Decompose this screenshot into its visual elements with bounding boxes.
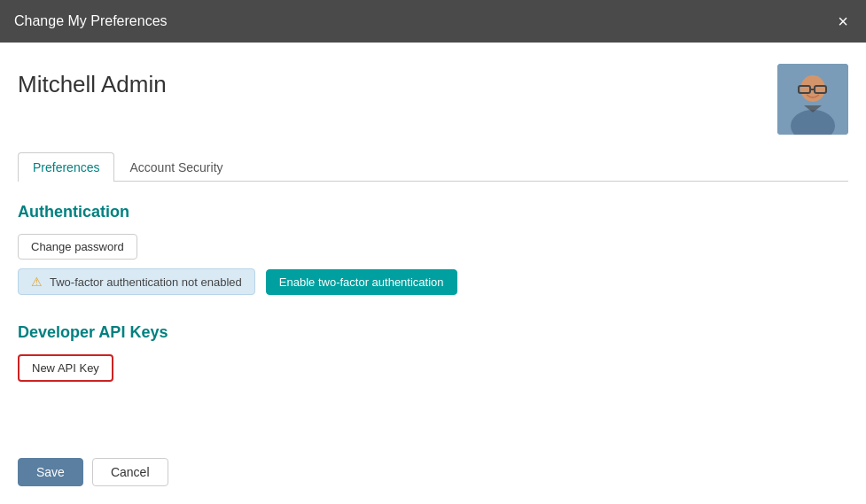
two-factor-warning-text: Two-factor authentication not enabled (50, 275, 242, 289)
save-button[interactable]: Save (18, 458, 83, 486)
tabs-container: Preferences Account Security (18, 152, 848, 182)
modal-close-button[interactable]: × (834, 12, 852, 30)
user-section: Mitchell Admin (18, 64, 848, 135)
warning-icon: ⚠ (31, 275, 43, 289)
two-factor-warning-box: ⚠ Two-factor authentication not enabled (18, 268, 255, 295)
change-password-button[interactable]: Change password (18, 234, 137, 260)
enable-two-factor-button[interactable]: Enable two-factor authentication (266, 269, 457, 295)
footer: Save Cancel (18, 447, 848, 486)
modal-title: Change My Preferences (14, 13, 168, 29)
cancel-button[interactable]: Cancel (92, 458, 168, 486)
avatar (777, 64, 848, 135)
api-keys-title: Developer API Keys (18, 323, 848, 342)
two-factor-row: ⚠ Two-factor authentication not enabled … (18, 268, 848, 295)
tab-account-security[interactable]: Account Security (114, 152, 238, 182)
authentication-section: Authentication Change password ⚠ Two-fac… (18, 203, 848, 295)
modal-header: Change My Preferences × (0, 0, 866, 43)
modal: Change My Preferences × Mitchell Admin (0, 0, 866, 504)
modal-body: Mitchell Admin (0, 43, 866, 504)
avatar-image (777, 64, 848, 135)
tab-preferences[interactable]: Preferences (18, 152, 114, 182)
modal-overlay: Change My Preferences × Mitchell Admin (0, 0, 866, 504)
api-keys-section: Developer API Keys New API Key (18, 323, 848, 382)
user-name: Mitchell Admin (18, 71, 167, 98)
new-api-key-button[interactable]: New API Key (18, 354, 113, 382)
authentication-title: Authentication (18, 203, 848, 221)
